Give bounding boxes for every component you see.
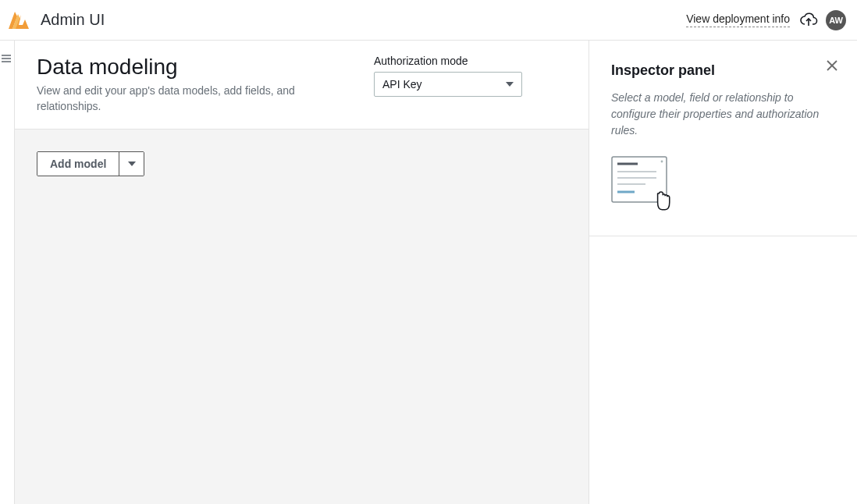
amplify-logo-icon [8,9,30,31]
body: Data modeling View and edit your app's d… [14,41,857,504]
add-model-dropdown-toggle[interactable] [119,152,144,176]
main-column: Data modeling View and edit your app's d… [14,41,589,504]
user-avatar[interactable]: AW [826,10,846,30]
cloud-upload-icon[interactable] [799,11,818,30]
top-header: Admin UI View deployment info AW [0,0,857,41]
auth-mode-select[interactable]: API Key [374,72,522,97]
auth-mode-label: Authorization mode [374,55,538,67]
view-deployment-info-link[interactable]: View deployment info [686,12,790,27]
svg-point-6 [661,161,663,163]
modeling-canvas: Add model [15,130,589,504]
auth-mode-block: Authorization mode API Key [374,55,538,97]
main-header: Data modeling View and edit your app's d… [15,41,589,130]
inspector-title: Inspector panel [611,62,835,79]
inspector-help-text: Select a model, field or relationship to… [611,90,835,139]
chevron-down-icon [503,77,517,91]
title-block: Data modeling View and edit your app's d… [37,55,333,115]
page-subtitle: View and edit your app's data models, ad… [37,83,333,115]
page-title: Data modeling [37,55,333,80]
inspector-placeholder-icon [611,156,674,217]
add-model-split-button: Add model [37,151,144,176]
app-title: Admin UI [41,11,105,29]
inspector-panel: Inspector panel Select a model, field or… [589,41,857,504]
sidebar-toggle-icon[interactable] [0,47,12,70]
auth-mode-selected-value: API Key [382,78,422,91]
inspector-divider [589,236,857,236]
add-model-button[interactable]: Add model [37,152,119,176]
close-icon[interactable] [824,58,840,73]
